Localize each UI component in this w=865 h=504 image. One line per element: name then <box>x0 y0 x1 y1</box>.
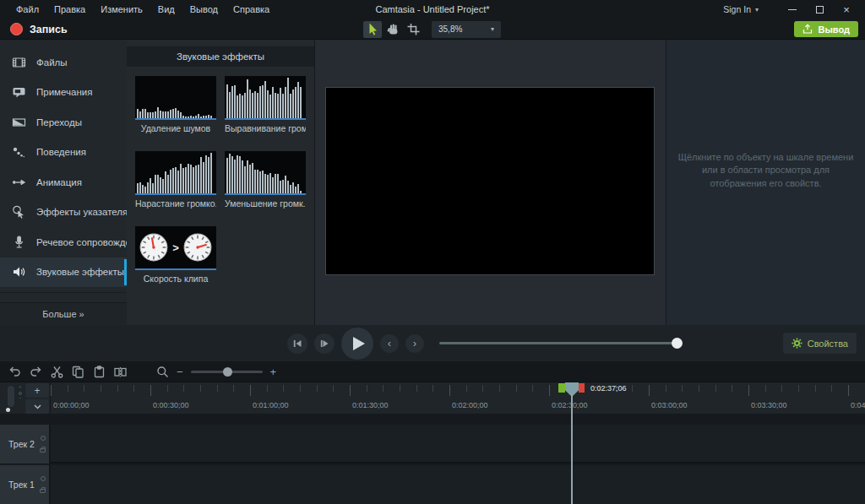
ruler-tick <box>84 385 84 392</box>
ruler-label: 0:02:00;00 <box>452 401 488 409</box>
next-clip-button[interactable]: › <box>405 334 424 353</box>
sidebar-item-cursor-effects[interactable]: Эффекты указателя <box>0 198 127 228</box>
ruler-label: 0:03:00;00 <box>651 401 688 409</box>
step-forward-button[interactable] <box>314 333 335 354</box>
play-button[interactable] <box>341 328 373 360</box>
menu-file[interactable]: Файл <box>8 0 46 19</box>
preview-canvas[interactable] <box>325 87 655 275</box>
gear-icon <box>792 338 802 349</box>
crop-tool-button[interactable] <box>404 21 422 38</box>
minimize-button[interactable] <box>779 0 806 19</box>
effect-label: Скорость клипа <box>135 274 216 284</box>
menu-modify[interactable]: Изменить <box>93 0 150 19</box>
ruler-tick <box>333 385 334 392</box>
track-label: Трек 2 <box>0 439 40 449</box>
ruler-tick <box>217 385 218 392</box>
clock-icon <box>139 232 169 263</box>
menu-edit[interactable]: Правка <box>46 0 93 19</box>
seek-handle[interactable] <box>672 338 683 349</box>
sidebar-item-annotations[interactable]: Примечания <box>0 78 127 108</box>
split-button[interactable] <box>113 365 127 378</box>
waveform-thumbnail <box>225 151 306 195</box>
transition-icon <box>12 116 26 129</box>
ruler-tick <box>765 385 766 392</box>
timeline-ruler[interactable]: 0:00:00;000:00:30;000:01:00;000:01:30;00… <box>0 382 865 415</box>
ruler-tick <box>848 385 849 396</box>
menu-share[interactable]: Вывод <box>182 0 226 19</box>
sidebar-item-transitions[interactable]: Переходы <box>0 107 127 138</box>
record-button[interactable]: Запись <box>5 21 73 37</box>
selection-in-handle[interactable] <box>558 383 565 393</box>
effect-noise-removal[interactable]: Удаление шумов <box>135 76 216 133</box>
properties-placeholder-text: Щёлкните по объекту на шкале времени или… <box>673 151 859 190</box>
jump-to-start-button[interactable] <box>287 333 307 354</box>
more-button[interactable]: Больше » <box>0 302 127 325</box>
ruler-tick <box>68 385 68 392</box>
ruler-tick <box>616 385 617 392</box>
properties-button[interactable]: Свойства <box>783 333 857 354</box>
effect-audio-leveling[interactable]: Выравнивание гром... <box>225 76 306 133</box>
pan-tool-button[interactable] <box>384 21 402 38</box>
track-header-2[interactable]: Трек 2 <box>0 425 51 463</box>
canvas-tools: 35,8% ▾ <box>363 20 501 38</box>
timeline-zoom-handle[interactable] <box>223 367 232 377</box>
ruler-tick <box>400 385 400 392</box>
ruler-tick <box>133 385 134 392</box>
ruler-tick <box>516 385 517 392</box>
sidebar-item-audio-effects[interactable]: Звуковые эффекты <box>0 257 127 288</box>
track-lock-icon[interactable] <box>40 489 46 493</box>
timeline-zoom-icon <box>155 365 169 378</box>
timeline-zoom-in-button[interactable]: + <box>270 366 277 377</box>
ruler-tick <box>715 385 716 392</box>
track-height-slider[interactable] <box>8 386 14 407</box>
effect-clip-speed[interactable]: > Скорость клипа <box>135 226 216 284</box>
select-tool-button[interactable] <box>363 21 382 38</box>
ruler-tick <box>549 385 550 396</box>
redo-button[interactable] <box>29 365 42 378</box>
ruler-tick <box>350 385 351 396</box>
add-track-button[interactable]: + <box>25 383 49 398</box>
playback-controls-row: ‹ › Свойства <box>0 325 865 361</box>
maximize-button[interactable] <box>806 0 833 19</box>
record-label: Запись <box>30 24 68 35</box>
track-visibility-icon[interactable] <box>41 476 46 481</box>
menu-view[interactable]: Вид <box>150 0 182 19</box>
seek-slider[interactable] <box>439 342 680 344</box>
undo-button[interactable] <box>8 365 21 378</box>
ruler-label: 0:01:30;00 <box>352 401 389 409</box>
clock-icon <box>182 232 213 263</box>
ruler-tick <box>815 385 816 392</box>
track-lane-1[interactable] <box>0 465 865 504</box>
export-button[interactable]: Вывод <box>794 21 858 37</box>
track-lock-icon[interactable] <box>40 448 46 453</box>
track-height-handle[interactable] <box>6 408 10 412</box>
previous-clip-button[interactable]: ‹ <box>380 334 399 353</box>
ruler-label: 0:00:30;00 <box>153 401 189 409</box>
canvas-zoom-select[interactable]: 35,8% ▾ <box>432 21 501 38</box>
track-header-1[interactable]: Трек 1 <box>0 465 51 504</box>
sidebar-item-voice-narration[interactable]: Речевое сопровождение <box>0 227 127 257</box>
close-button[interactable]: × <box>833 0 860 19</box>
paste-button[interactable] <box>92 365 106 378</box>
ruler-tick <box>666 385 666 392</box>
track-visibility-icon[interactable] <box>41 436 46 441</box>
share-icon <box>802 24 813 35</box>
clock-thumbnail: > <box>135 226 216 270</box>
collapse-tracks-button[interactable] <box>25 399 49 414</box>
track-lane-2[interactable] <box>0 425 865 463</box>
effect-label: Нарастание громко... <box>135 198 216 209</box>
selection-out-handle[interactable] <box>579 383 585 393</box>
sign-in-menu[interactable]: Sign In ▾ <box>723 4 759 14</box>
ruler-tick <box>233 385 234 392</box>
ruler-tick <box>732 385 732 392</box>
sidebar-item-media[interactable]: Файлы <box>0 47 127 78</box>
cut-button[interactable] <box>50 365 63 378</box>
timeline-zoom-slider[interactable] <box>191 371 263 373</box>
sidebar-item-behaviors[interactable]: Поведения <box>0 138 127 168</box>
effect-fade-in[interactable]: Нарастание громко... <box>135 151 216 209</box>
menu-help[interactable]: Справка <box>226 0 277 19</box>
copy-button[interactable] <box>71 365 84 378</box>
sidebar-item-animations[interactable]: Анимация <box>0 167 127 198</box>
timeline-zoom-out-button[interactable]: − <box>177 366 183 377</box>
effect-fade-out[interactable]: Уменьшение громк... <box>225 151 306 209</box>
